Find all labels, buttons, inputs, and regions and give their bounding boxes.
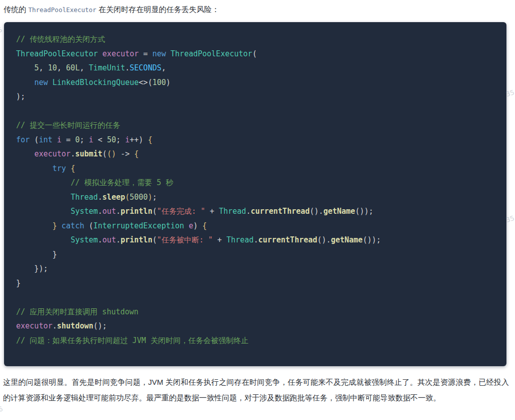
code-token-kw: new xyxy=(152,49,166,58)
code-token-br: { xyxy=(148,135,152,144)
code-line: System.out.println("任务被中断: " + Thread.cu… xyxy=(16,233,494,247)
code-line: new LinkedBlockingQueue<>(100) xyxy=(16,75,494,90)
code-token-pu: . xyxy=(98,235,103,244)
code-token-pu xyxy=(16,164,52,173)
analysis-paragraph: 这里的问题很明显。首先是时间竞争问题，JVM 关闭和任务执行之间存在时间竞争，任… xyxy=(3,374,509,405)
code-line: }); xyxy=(16,262,494,276)
code-line: System.out.println("任务完成: " + Thread.cur… xyxy=(16,204,494,219)
code-token-pu: , xyxy=(57,63,66,72)
code-token-ty: System xyxy=(70,235,98,244)
code-line: // 提交一些长时间运行的任务 xyxy=(16,118,494,133)
code-line: executor.submit(() -> { xyxy=(16,147,494,161)
code-token-nu: 10 xyxy=(48,63,57,72)
code-line: } xyxy=(16,247,494,262)
code-token-br: { xyxy=(134,149,139,158)
inline-code-threadpoolexecutor: ThreadPoolExecutor xyxy=(28,6,96,14)
code-token-cm: // 模拟业务处理，需要 5 秒 xyxy=(70,178,173,187)
code-line: // 问题：如果任务执行时间超过 JVM 关闭时间，任务会被强制终止 xyxy=(16,333,494,348)
code-token-va: e xyxy=(189,221,193,230)
code-token-ty: ThreadPoolExecutor xyxy=(16,49,98,58)
code-token-va: i xyxy=(57,135,61,144)
code-token-pu xyxy=(184,221,189,230)
code-token-pu: , xyxy=(161,63,166,72)
code-token-ty: Thread xyxy=(219,207,246,216)
code-token-kw: try xyxy=(52,164,66,173)
code-token-fn: submit xyxy=(75,149,102,158)
code-token-cm: // 提交一些长时间运行的任务 xyxy=(16,121,120,130)
code-token-kw: new xyxy=(34,78,48,87)
code-token-fn: currentThread xyxy=(250,207,309,216)
code-token-kw: catch xyxy=(61,221,84,230)
code-token-pu xyxy=(16,149,34,158)
code-token-fn: sleep xyxy=(103,193,125,202)
code-token-ty: System xyxy=(70,207,98,216)
code-token-br: ) xyxy=(148,193,152,202)
code-line: } catch (InterruptedException e) { xyxy=(16,219,494,233)
intro-text-before: 传统的 xyxy=(4,5,28,14)
code-token-pu: ( xyxy=(152,207,157,216)
code-token-pu: . xyxy=(98,193,103,202)
code-token-pu: -> xyxy=(116,149,134,158)
code-token-pu: ; xyxy=(152,193,157,202)
code-token-cm: // 传统线程池的关闭方式 xyxy=(16,35,105,44)
code-token-pu xyxy=(16,178,70,187)
code-token-nu: 60L xyxy=(66,63,79,72)
code-token-ty: ThreadPoolExecutor xyxy=(170,49,252,58)
code-line: try { xyxy=(16,161,494,176)
code-token-pu: ; xyxy=(116,135,125,144)
code-token-ty: LinkedBlockingQueue xyxy=(52,78,139,87)
code-token-ty: TimeUnit xyxy=(89,63,125,72)
intro-paragraph: 传统的 ThreadPoolExecutor 在关闭时存在明显的任务丢失风险： xyxy=(4,4,511,15)
code-line: // 应用关闭时直接调用 shutdown xyxy=(16,305,494,319)
code-token-pu: (); xyxy=(94,321,107,330)
code-token-pu: ++) xyxy=(130,135,148,144)
intro-text-after: 在关闭时存在明显的任务丢失风险： xyxy=(97,5,219,14)
code-token-st: "任务完成: " xyxy=(157,207,205,216)
code-token-pu: }); xyxy=(16,264,48,273)
code-token-pu: , xyxy=(79,63,89,72)
code-token-va: out xyxy=(103,235,116,244)
code-token-pu: ( xyxy=(152,235,157,244)
code-token-va: i xyxy=(125,135,130,144)
code-token-va: out xyxy=(103,207,116,216)
code-token-fn: getName xyxy=(323,207,355,216)
code-token-pu: , xyxy=(39,63,48,72)
code-token-pu: } xyxy=(16,279,21,288)
code-line: ); xyxy=(16,90,494,104)
code-token-va: executor xyxy=(103,49,139,58)
code-token-ty: Thread xyxy=(70,193,98,202)
code-token-fn: println xyxy=(121,235,152,244)
code-token-pu: = xyxy=(139,49,152,58)
code-token-pu xyxy=(57,221,61,230)
code-token-pu: ( xyxy=(84,221,93,230)
code-token-cm: // 应用关闭时直接调用 shutdown xyxy=(16,307,138,316)
code-token-fn: getName xyxy=(331,235,363,244)
code-token-br: } xyxy=(52,221,57,230)
code-token-pu: . xyxy=(125,63,130,72)
code-token-pu xyxy=(166,49,170,58)
code-token-pu: = xyxy=(61,135,75,144)
code-token-pu xyxy=(52,135,57,144)
code-token-pu: + xyxy=(213,235,226,244)
code-token-br: { xyxy=(202,221,207,230)
java-code-block: // 传统线程池的关闭方式ThreadPoolExecutor executor… xyxy=(4,22,506,366)
code-token-pu: ( xyxy=(103,149,107,158)
code-token-pu: ( xyxy=(30,135,39,144)
code-token-pu: ()); xyxy=(363,235,381,244)
code-token-pu: <>( xyxy=(139,78,152,87)
code-token-pu: . xyxy=(116,207,121,216)
code-token-ty: InterruptedException xyxy=(94,221,185,230)
code-token-cm: // 问题：如果任务执行时间超过 JVM 关闭时间，任务会被强制终止 xyxy=(16,336,248,345)
code-token-pu xyxy=(16,193,70,202)
code-token-br: ( xyxy=(125,193,130,202)
code-token-pu: ) xyxy=(166,78,170,87)
code-token-pu: . xyxy=(98,207,103,216)
code-line: Thread.sleep(5000); xyxy=(16,190,494,205)
code-token-nu: 5000 xyxy=(130,193,148,202)
code-line: for (int i = 0; i < 50; i++) { xyxy=(16,133,494,147)
code-token-va: executor xyxy=(16,321,52,330)
code-line xyxy=(16,104,494,119)
code-token-pu xyxy=(16,207,70,216)
code-token-nu: 5 xyxy=(34,63,39,72)
watermark-fragment: 6 xyxy=(0,405,4,413)
